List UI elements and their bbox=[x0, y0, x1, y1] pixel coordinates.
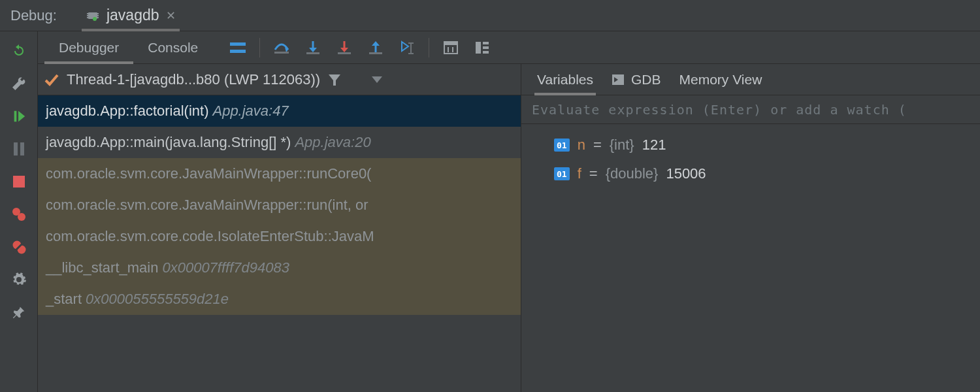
stack-frame[interactable]: com.oracle.svm.core.JavaMainWrapper::run… bbox=[38, 189, 521, 221]
tab-gdb[interactable]: GDB bbox=[612, 64, 661, 95]
pause-icon[interactable] bbox=[8, 139, 29, 159]
svg-rect-24 bbox=[306, 52, 319, 54]
thread-selector-row: Thread-1-[javagdb...b80 (LWP 112063)) bbox=[38, 64, 521, 95]
frame-location: App.java:20 bbox=[295, 134, 370, 151]
primitive-badge-icon: 01 bbox=[554, 139, 570, 152]
svg-rect-27 bbox=[338, 52, 351, 54]
stack-frame[interactable]: com.oracle.svm.core.JavaMainWrapper::run… bbox=[38, 158, 521, 189]
frame-location: 0x000055555559d21e bbox=[86, 291, 229, 308]
chip-icon bbox=[86, 10, 100, 22]
equals-sign: = bbox=[593, 137, 602, 154]
stop-icon[interactable] bbox=[8, 171, 29, 192]
tab-variables[interactable]: Variables bbox=[537, 64, 593, 95]
variable-type: {double} bbox=[606, 165, 659, 182]
wrench-icon[interactable] bbox=[8, 73, 29, 94]
mute-breakpoints-icon[interactable] bbox=[8, 237, 29, 257]
frame-signature: com.oracle.svm.core.JavaMainWrapper::run… bbox=[46, 165, 371, 182]
close-icon[interactable]: ✕ bbox=[166, 8, 176, 23]
tab-variables-label: Variables bbox=[537, 72, 593, 88]
tab-gdb-icon bbox=[612, 74, 625, 86]
frame-signature: javagdb.App::main(java.lang.String[] *) bbox=[46, 134, 291, 151]
evaluate-placeholder: Evaluate expression (Enter) or add a wat… bbox=[532, 102, 907, 118]
settings-icon[interactable] bbox=[8, 269, 29, 290]
svg-rect-41 bbox=[483, 46, 489, 49]
variable-row[interactable]: 01n={int}121 bbox=[521, 131, 980, 159]
view-breakpoints-icon[interactable] bbox=[8, 204, 29, 225]
tab-debugger[interactable]: Debugger bbox=[44, 31, 133, 63]
frame-signature: com.oracle.svm.core.code.IsolateEnterStu… bbox=[46, 228, 374, 245]
tab-memory-label: Memory View bbox=[679, 72, 762, 88]
thread-name[interactable]: Thread-1-[javagdb...b80 (LWP 112063)) bbox=[67, 71, 320, 88]
stack-frame[interactable]: __libc_start_main 0x00007ffff7d94083 bbox=[38, 252, 521, 284]
variables-list: 01n={int}12101f={double}15006 bbox=[521, 124, 980, 392]
run-to-cursor-icon[interactable] bbox=[393, 36, 421, 59]
thread-dropdown-icon[interactable] bbox=[371, 76, 383, 84]
svg-rect-40 bbox=[483, 42, 489, 44]
evaluate-expression-input[interactable]: Evaluate expression (Enter) or add a wat… bbox=[521, 95, 980, 124]
debug-label: Debug: bbox=[10, 7, 57, 24]
frame-signature: __libc_start_main bbox=[46, 259, 158, 276]
evaluate-expression-icon[interactable] bbox=[437, 36, 465, 59]
debug-topbar: Debug: javagdb ✕ bbox=[0, 0, 980, 31]
svg-marker-9 bbox=[18, 111, 25, 122]
variable-type: {int} bbox=[610, 137, 634, 154]
variable-name: f bbox=[578, 165, 581, 182]
svg-rect-19 bbox=[230, 50, 246, 53]
equals-sign: = bbox=[589, 165, 598, 182]
svg-rect-18 bbox=[230, 42, 246, 46]
frame-signature: com.oracle.svm.core.JavaMainWrapper::run… bbox=[46, 197, 368, 214]
frame-location: App.java:47 bbox=[212, 103, 288, 120]
tab-gdb-label: GDB bbox=[631, 72, 661, 88]
resume-icon[interactable] bbox=[8, 106, 29, 127]
tab-console-label: Console bbox=[148, 40, 198, 56]
debug-tabs-row: Debugger Console bbox=[38, 31, 980, 64]
svg-marker-44 bbox=[372, 76, 382, 83]
stack-frame[interactable]: com.oracle.svm.core.code.IsolateEnterStu… bbox=[38, 221, 521, 252]
svg-marker-31 bbox=[402, 42, 408, 51]
svg-marker-43 bbox=[329, 74, 340, 86]
frame-signature: _start bbox=[46, 291, 82, 308]
thread-check-icon bbox=[44, 73, 59, 86]
svg-rect-30 bbox=[369, 52, 382, 54]
run-config-tab[interactable]: javagdb ✕ bbox=[86, 0, 176, 31]
layout-icon[interactable] bbox=[224, 36, 252, 59]
stack-frame[interactable]: javagdb.App::main(java.lang.String[] *) … bbox=[38, 127, 521, 158]
svg-rect-21 bbox=[274, 52, 289, 54]
toggle-frames-icon[interactable] bbox=[468, 36, 496, 59]
svg-rect-10 bbox=[14, 142, 18, 155]
svg-rect-42 bbox=[483, 51, 489, 54]
frame-location: 0x00007ffff7d94083 bbox=[162, 259, 289, 276]
right-tabs: Variables GDB Memory View bbox=[521, 64, 980, 95]
svg-rect-36 bbox=[444, 42, 457, 45]
tab-console[interactable]: Console bbox=[133, 31, 212, 63]
svg-point-7 bbox=[93, 17, 97, 21]
svg-point-14 bbox=[18, 213, 25, 221]
svg-rect-8 bbox=[14, 111, 16, 122]
variable-name: n bbox=[578, 137, 585, 154]
variable-value: 15006 bbox=[666, 165, 706, 182]
filter-icon[interactable] bbox=[328, 73, 341, 86]
run-config-name: javagdb bbox=[106, 7, 159, 24]
svg-rect-11 bbox=[20, 142, 24, 155]
pin-icon[interactable] bbox=[8, 302, 29, 323]
stack-frame[interactable]: _start 0x000055555559d21e bbox=[38, 284, 521, 315]
step-into-icon[interactable] bbox=[299, 36, 327, 59]
rerun-icon[interactable] bbox=[8, 41, 29, 61]
frame-signature: javagdb.App::factorial(int) bbox=[46, 103, 208, 120]
svg-marker-29 bbox=[372, 41, 380, 46]
debug-vertical-toolbar bbox=[0, 31, 38, 392]
stack-frame[interactable]: javagdb.App::factorial(int) App.java:47 bbox=[38, 95, 521, 127]
tab-memory-view[interactable]: Memory View bbox=[679, 64, 762, 95]
frames-list: javagdb.App::factorial(int) App.java:47j… bbox=[38, 95, 521, 392]
tab-debugger-label: Debugger bbox=[59, 40, 119, 56]
primitive-badge-icon: 01 bbox=[554, 167, 570, 180]
force-step-into-icon[interactable] bbox=[331, 36, 358, 59]
step-out-icon[interactable] bbox=[362, 36, 389, 59]
svg-marker-26 bbox=[340, 48, 348, 52]
svg-marker-23 bbox=[309, 48, 317, 52]
step-over-icon[interactable] bbox=[268, 36, 295, 59]
svg-rect-39 bbox=[476, 42, 481, 54]
variable-value: 121 bbox=[642, 137, 666, 154]
variable-row[interactable]: 01f={double}15006 bbox=[521, 159, 980, 188]
svg-rect-12 bbox=[13, 176, 25, 188]
